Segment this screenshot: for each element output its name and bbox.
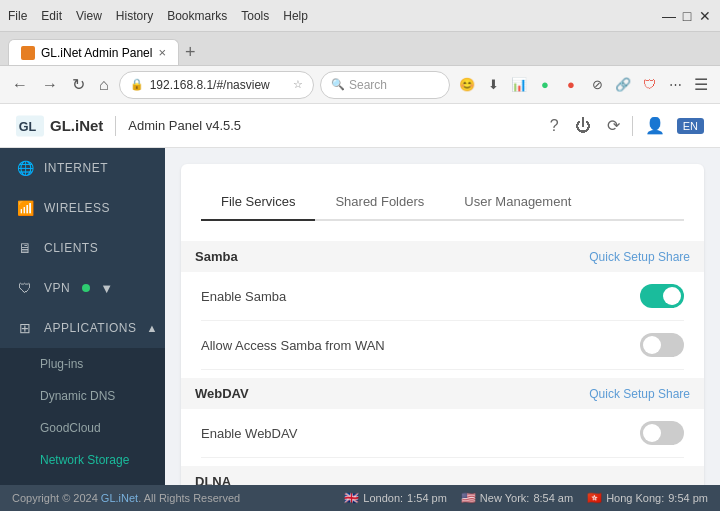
enable-samba-label: Enable Samba	[201, 289, 286, 304]
tab-user-management[interactable]: User Management	[444, 184, 591, 221]
home-button[interactable]: ⌂	[95, 74, 113, 96]
gl-logo: GL GL.iNet	[16, 115, 103, 137]
enable-samba-slider	[640, 284, 684, 308]
sidebar-item-internet[interactable]: 🌐 INTERNET	[0, 148, 165, 188]
green-circle-btn[interactable]: ●	[534, 74, 556, 96]
tab-favicon	[21, 46, 35, 60]
tab-shared-folders[interactable]: Shared Folders	[315, 184, 444, 221]
forward-button[interactable]: →	[38, 74, 62, 96]
new-tab-button[interactable]: +	[179, 42, 202, 63]
sidebar-item-wireless[interactable]: 📶 WIRELESS	[0, 188, 165, 228]
webdav-quick-setup-link[interactable]: Quick Setup Share	[589, 387, 690, 401]
sidebar-item-clients[interactable]: 🖥 CLIENTS	[0, 228, 165, 268]
dlna-title: DLNA	[195, 474, 231, 485]
chain-icon-btn[interactable]: 🔗	[612, 74, 634, 96]
close-button[interactable]: ✕	[698, 9, 712, 23]
stats-icon-btn[interactable]: 📊	[508, 74, 530, 96]
footer-city-newyork: 🇺🇸 New York: 8:54 am	[461, 491, 573, 505]
samba-quick-setup-link[interactable]: Quick Setup Share	[589, 250, 690, 264]
reload-button[interactable]: ↻	[68, 73, 89, 96]
menu-file[interactable]: File	[8, 9, 27, 23]
main-content: 🌐 INTERNET 📶 WIRELESS 🖥 CLIENTS 🛡 VPN ▼	[0, 148, 720, 485]
search-icon: 🔍	[331, 78, 345, 91]
tab-title: GL.iNet Admin Panel	[41, 46, 152, 60]
menu-tools[interactable]: Tools	[241, 9, 269, 23]
content-area: File Services Shared Folders User Manage…	[165, 148, 720, 485]
sidebar-label-wireless: WIRELESS	[44, 201, 110, 215]
sidebar-item-applications[interactable]: ⊞ APPLICATIONS ▲	[0, 308, 165, 348]
browser-tab-active[interactable]: GL.iNet Admin Panel ×	[8, 39, 179, 65]
search-bar[interactable]: 🔍 Search	[320, 71, 450, 99]
menu-edit[interactable]: Edit	[41, 9, 62, 23]
sidebar-sub-goodcloud[interactable]: GoodCloud	[0, 412, 165, 444]
maximize-button[interactable]: □	[680, 9, 694, 23]
lang-button[interactable]: EN	[677, 118, 704, 134]
vpn-status-dot	[82, 284, 90, 292]
london-label: London:	[363, 492, 403, 504]
enable-webdav-toggle[interactable]	[640, 421, 684, 445]
smiley-icon-btn[interactable]: 😊	[456, 74, 478, 96]
applications-expand-arrow: ▲	[146, 322, 157, 334]
refresh-icon-btn[interactable]: ⟳	[603, 112, 624, 139]
hamburger-menu-btn[interactable]: ☰	[690, 74, 712, 96]
sidebar-sub-adguard-home[interactable]: Adguard Home	[0, 476, 165, 485]
clients-icon: 🖥	[16, 239, 34, 257]
power-icon-btn[interactable]: ⏻	[571, 113, 595, 139]
sidebar-submenu-applications: Plug-ins Dynamic DNS GoodCloud Network S…	[0, 348, 165, 485]
tab-close-button[interactable]: ×	[158, 45, 166, 60]
sidebar-sub-network-storage[interactable]: Network Storage	[0, 444, 165, 476]
sidebar-label-vpn: VPN	[44, 281, 70, 295]
vpn-expand-arrow: ▼	[100, 281, 113, 296]
back-button[interactable]: ←	[8, 74, 32, 96]
menu-help[interactable]: Help	[283, 9, 308, 23]
uk-flag-icon: 🇬🇧	[344, 491, 359, 505]
svg-text:GL: GL	[19, 119, 37, 133]
enable-samba-toggle[interactable]	[640, 284, 684, 308]
browser-navbar: ← → ↻ ⌂ 🔒 192.168.8.1/#/nasview ☆ 🔍 Sear…	[0, 66, 720, 104]
webdav-title: WebDAV	[195, 386, 249, 401]
address-bar[interactable]: 🔒 192.168.8.1/#/nasview ☆	[119, 71, 314, 99]
footer-bar: Copyright © 2024 GL.iNet. All Rights Res…	[0, 485, 720, 511]
footer-city-hongkong: 🇭🇰 Hong Kong: 9:54 pm	[587, 491, 708, 505]
shield-red-btn[interactable]: 🛡	[638, 74, 660, 96]
red-circle-btn[interactable]: ●	[560, 74, 582, 96]
minimize-button[interactable]: —	[662, 9, 676, 23]
logo-text: GL.iNet	[50, 117, 103, 134]
tab-file-services[interactable]: File Services	[201, 184, 315, 221]
hk-flag-icon: 🇭🇰	[587, 491, 602, 505]
internet-icon: 🌐	[16, 159, 34, 177]
user-icon-btn[interactable]: 👤	[641, 112, 669, 139]
search-text: Search	[349, 78, 387, 92]
header-right: ? ⏻ ⟳ 👤 EN	[546, 112, 704, 139]
gliinet-link[interactable]: GL.iNet	[101, 492, 138, 504]
menu-history[interactable]: History	[116, 9, 153, 23]
enable-webdav-label: Enable WebDAV	[201, 426, 297, 441]
more-tools-btn[interactable]: ⋯	[664, 74, 686, 96]
header-divider-2	[632, 116, 633, 136]
page-card: File Services Shared Folders User Manage…	[181, 164, 704, 485]
menu-bookmarks[interactable]: Bookmarks	[167, 9, 227, 23]
us-flag-icon: 🇺🇸	[461, 491, 476, 505]
slash-icon-btn[interactable]: ⊘	[586, 74, 608, 96]
footer-city-london: 🇬🇧 London: 1:54 pm	[344, 491, 447, 505]
sidebar-sub-plug-ins[interactable]: Plug-ins	[0, 348, 165, 380]
app-header: GL GL.iNet Admin Panel v4.5.5 ? ⏻ ⟳ 👤 EN	[0, 104, 720, 148]
newyork-time: 8:54 am	[533, 492, 573, 504]
browser-titlebar: File Edit View History Bookmarks Tools H…	[0, 0, 720, 32]
dlna-section-header: DLNA	[181, 466, 704, 485]
sidebar-sub-dynamic-dns[interactable]: Dynamic DNS	[0, 380, 165, 412]
browser-menu: File Edit View History Bookmarks Tools H…	[8, 9, 308, 23]
samba-title: Samba	[195, 249, 238, 264]
help-icon-btn[interactable]: ?	[546, 113, 563, 139]
enable-webdav-row: Enable WebDAV	[201, 409, 684, 458]
footer-cities: 🇬🇧 London: 1:54 pm 🇺🇸 New York: 8:54 am …	[344, 491, 708, 505]
samba-wan-toggle[interactable]	[640, 333, 684, 357]
download-icon-btn[interactable]: ⬇	[482, 74, 504, 96]
nav-icon-group: 😊 ⬇ 📊 ● ● ⊘ 🔗 🛡 ⋯ ☰	[456, 74, 712, 96]
wireless-icon: 📶	[16, 199, 34, 217]
sidebar-label-internet: INTERNET	[44, 161, 108, 175]
vpn-icon: 🛡	[16, 279, 34, 297]
menu-view[interactable]: View	[76, 9, 102, 23]
sidebar-item-vpn[interactable]: 🛡 VPN ▼	[0, 268, 165, 308]
app-container: GL GL.iNet Admin Panel v4.5.5 ? ⏻ ⟳ 👤 EN…	[0, 104, 720, 511]
